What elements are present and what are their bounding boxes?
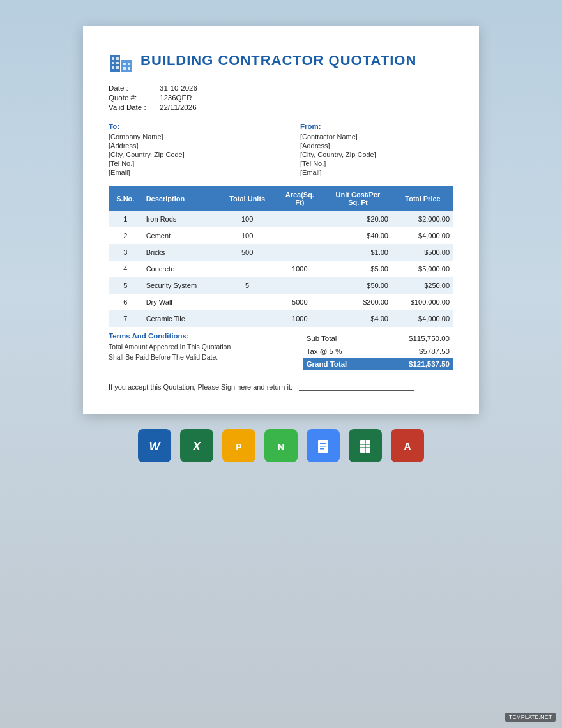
cell-units bbox=[219, 294, 276, 310]
cell-desc: Concrete bbox=[142, 261, 219, 277]
svg-rect-4 bbox=[112, 62, 114, 64]
cell-units: 100 bbox=[219, 227, 276, 244]
app-icon-gsheets[interactable] bbox=[349, 429, 382, 462]
svg-rect-11 bbox=[128, 67, 130, 70]
cell-unit-cost: $4.00 bbox=[324, 310, 392, 327]
document-title: BUILDING CONTRACTOR QUOTATION bbox=[140, 52, 416, 69]
col-area: Area(Sq.Ft) bbox=[276, 186, 324, 211]
to-city: [City, Country, Zip Code] bbox=[109, 151, 262, 158]
terms-col: Terms And Conditions: Total Amount Appea… bbox=[109, 332, 290, 370]
valid-label: Valid Date : bbox=[109, 103, 160, 111]
meta-valid-row: Valid Date : 22/11/2026 bbox=[109, 103, 453, 111]
cell-desc: Cement bbox=[142, 227, 219, 244]
col-unit-cost: Unit Cost/PerSq. Ft bbox=[324, 186, 392, 211]
subtotal-label: Sub Total bbox=[307, 335, 337, 342]
col-desc: Description bbox=[142, 186, 219, 211]
cell-units: 500 bbox=[219, 244, 276, 261]
app-icon-gdocs[interactable] bbox=[307, 429, 340, 462]
cell-units: 100 bbox=[219, 211, 276, 227]
svg-rect-6 bbox=[112, 66, 114, 69]
meta-quote-row: Quote #: 1236QER bbox=[109, 94, 453, 102]
to-address-line: [Address] bbox=[109, 142, 262, 149]
svg-rect-10 bbox=[123, 67, 126, 70]
svg-text:W: W bbox=[149, 440, 162, 453]
cell-sno: 2 bbox=[109, 227, 142, 244]
app-icons-bar: W X P N A bbox=[138, 429, 424, 462]
svg-rect-8 bbox=[123, 63, 126, 65]
template-badge: TEMPLATE.NET bbox=[505, 713, 556, 722]
to-email: [Email] bbox=[109, 169, 262, 176]
cell-unit-cost: $5.00 bbox=[324, 261, 392, 277]
from-email: [Email] bbox=[300, 169, 453, 176]
tax-label: Tax @ 5 % bbox=[307, 347, 342, 355]
subtotal-row: Sub Total $115,750.00 bbox=[303, 332, 453, 345]
tax-value: $5787.50 bbox=[419, 347, 450, 355]
building-icon bbox=[109, 49, 133, 73]
cell-units bbox=[219, 310, 276, 327]
cell-sno: 6 bbox=[109, 294, 142, 310]
from-address-line: [Address] bbox=[300, 142, 453, 149]
cell-sno: 3 bbox=[109, 244, 142, 261]
cell-unit-cost: $20.00 bbox=[324, 211, 392, 227]
svg-rect-24 bbox=[320, 448, 324, 450]
app-icon-numbers[interactable]: N bbox=[264, 429, 298, 462]
cell-area: 5000 bbox=[276, 294, 324, 310]
svg-rect-3 bbox=[116, 57, 119, 60]
cell-area bbox=[276, 211, 324, 227]
from-tel: [Tel No.] bbox=[300, 160, 453, 167]
sign-text: If you accept this Quotation, Please Sig… bbox=[109, 383, 292, 391]
totals-col: Sub Total $115,750.00 Tax @ 5 % $5787.50… bbox=[303, 332, 453, 370]
from-heading: From: bbox=[300, 123, 453, 130]
cell-total-price: $4,000.00 bbox=[392, 310, 453, 327]
cell-total-price: $100,000.00 bbox=[392, 294, 453, 310]
app-icon-word[interactable]: W bbox=[138, 429, 171, 462]
grand-total-value: $121,537.50 bbox=[409, 360, 450, 368]
svg-text:A: A bbox=[404, 441, 411, 452]
svg-rect-1 bbox=[121, 60, 132, 72]
cell-sno: 5 bbox=[109, 277, 142, 294]
cell-desc: Ceramic Tile bbox=[142, 310, 219, 327]
from-city: [City, Country, Zip Code] bbox=[300, 151, 453, 158]
cell-area bbox=[276, 227, 324, 244]
cell-desc: Iron Rods bbox=[142, 211, 219, 227]
date-label: Date : bbox=[109, 84, 160, 92]
cell-area bbox=[276, 244, 324, 261]
app-icon-excel[interactable]: X bbox=[180, 429, 213, 462]
subtotal-value: $115,750.00 bbox=[409, 335, 450, 342]
svg-text:P: P bbox=[236, 442, 241, 452]
col-sno: S.No. bbox=[109, 186, 142, 211]
terms-heading: Terms And Conditions: bbox=[109, 332, 290, 340]
app-icon-pages[interactable]: P bbox=[222, 429, 255, 462]
cell-area bbox=[276, 277, 324, 294]
cell-total-price: $2,000.00 bbox=[392, 211, 453, 227]
cell-units: 5 bbox=[219, 277, 276, 294]
cell-sno: 1 bbox=[109, 211, 142, 227]
col-total-price: Total Price bbox=[392, 186, 453, 211]
cell-sno: 4 bbox=[109, 261, 142, 277]
table-row: 5 Security System 5 $50.00 $250.00 bbox=[109, 277, 453, 294]
terms-text: Total Amount Appeared In This QuotationS… bbox=[109, 342, 290, 363]
app-icon-acrobat[interactable]: A bbox=[391, 429, 424, 462]
document-header: BUILDING CONTRACTOR QUOTATION bbox=[109, 49, 453, 73]
items-table: S.No. Description Total Units Area(Sq.Ft… bbox=[109, 186, 453, 327]
cell-desc: Dry Wall bbox=[142, 294, 219, 310]
cell-total-price: $250.00 bbox=[392, 277, 453, 294]
page-background: BUILDING CONTRACTOR QUOTATION Date : 31-… bbox=[0, 0, 562, 728]
items-table-wrapper: S.No. Description Total Units Area(Sq.Ft… bbox=[109, 186, 453, 327]
svg-text:X: X bbox=[192, 440, 201, 453]
from-company: [Contractor Name] bbox=[300, 133, 453, 140]
meta-section: Date : 31-10-2026 Quote #: 1236QER Valid… bbox=[109, 84, 453, 111]
signature-line bbox=[299, 383, 414, 391]
cell-desc: Bricks bbox=[142, 244, 219, 261]
cell-unit-cost: $1.00 bbox=[324, 244, 392, 261]
svg-rect-2 bbox=[112, 57, 114, 60]
tax-row: Tax @ 5 % $5787.50 bbox=[303, 345, 453, 358]
cell-units bbox=[219, 261, 276, 277]
to-tel: [Tel No.] bbox=[109, 160, 262, 167]
cell-unit-cost: $40.00 bbox=[324, 227, 392, 244]
table-header: S.No. Description Total Units Area(Sq.Ft… bbox=[109, 186, 453, 211]
to-heading: To: bbox=[109, 123, 262, 130]
cell-unit-cost: $200.00 bbox=[324, 294, 392, 310]
svg-rect-9 bbox=[128, 63, 130, 65]
table-row: 1 Iron Rods 100 $20.00 $2,000.00 bbox=[109, 211, 453, 227]
